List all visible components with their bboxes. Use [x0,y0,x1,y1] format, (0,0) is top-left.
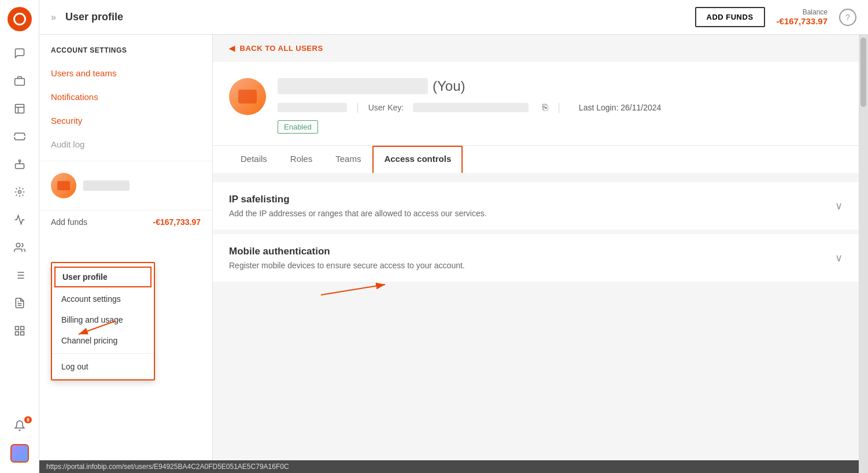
grid-nav-icon[interactable] [0,318,39,343]
ticket-nav-icon[interactable] [0,124,39,149]
security-link[interactable]: Security [39,109,212,132]
meta-divider: | [356,101,359,113]
add-funds-button[interactable]: ADD FUNDS [695,7,765,27]
last-login-text: Last Login: 26/11/2024 [579,103,661,112]
list-nav-icon[interactable] [0,263,39,288]
notifications-bell-icon[interactable]: 8 [0,413,39,438]
analytics-nav-icon[interactable] [0,207,39,232]
user-role-blurred [278,103,347,112]
tabs-row: Details Roles Teams Access controls [213,145,859,173]
chart-nav-icon[interactable] [0,96,39,121]
audit-log-link[interactable]: Audit log [39,132,212,156]
top-header: » User profile ADD FUNDS Balance -€167,7… [39,0,868,35]
balance-section: Balance -€167,733.97 [777,8,828,26]
add-funds-label: Add funds [51,217,87,227]
ip-safelisting-expand-icon[interactable]: ∨ [835,199,843,212]
scrollbar-thumb[interactable] [860,38,866,107]
ip-safelisting-desc: Add the IP addresses or ranges that are … [229,209,487,218]
meta-divider2: | [557,101,560,113]
ip-safelisting-title: IP safelisting [229,194,487,205]
icon-sidebar: 8 [0,0,39,473]
help-icon[interactable]: ? [839,9,856,26]
tab-teams[interactable]: Teams [324,146,372,173]
profile-header: (You) | User Key: ⎘ | Last Login: 26/11/… [229,78,843,145]
svg-rect-17 [20,332,24,335]
mobile-auth-section: Mobile authentication Register mobile de… [213,234,859,282]
dropdown-menu: User profile Account settings Billing an… [51,262,155,380]
user-key-value-blurred [413,103,529,112]
svg-point-5 [16,243,20,247]
svg-point-4 [18,191,21,194]
you-label: (You) [433,78,465,94]
mobile-auth-title: Mobile authentication [229,246,465,257]
status-badge: Enabled [278,120,318,134]
user-name-blurred [83,180,130,191]
profile-info: (You) | User Key: ⎘ | Last Login: 26/11/… [278,78,843,134]
mobile-auth-desc: Register mobile devices to ensure secure… [229,261,465,270]
svg-point-3 [19,160,20,162]
tab-access-controls[interactable]: Access controls [372,146,463,173]
logo-icon[interactable] [8,7,32,31]
enabled-badge: Enabled [278,120,843,134]
user-avatar-small [10,444,29,463]
dropdown-billing-item[interactable]: Billing and usage [52,309,154,330]
user-section-sidebar [39,161,212,210]
profile-meta: | User Key: ⎘ | Last Login: 26/11/2024 [278,101,843,113]
profile-avatar [229,78,266,115]
sidebar-bottom: 8 [0,413,39,473]
profile-name-row: (You) [278,78,843,94]
balance-amount: -€167,733.97 [777,16,828,26]
svg-rect-2 [15,164,24,168]
sections-area: IP safelisting Add the IP addresses or r… [213,182,859,286]
add-funds-amount: -€167,733.97 [153,217,201,227]
ip-safelisting-content: IP safelisting Add the IP addresses or r… [229,194,487,218]
status-url: https://portal.infobip.com/set/users/E94… [46,463,289,471]
left-nav-panel: ACCOUNT SETTINGS Users and teams Notific… [39,35,213,473]
users-and-teams-link[interactable]: Users and teams [39,61,212,85]
report-nav-icon[interactable] [0,290,39,316]
account-settings-label: ACCOUNT SETTINGS [39,35,212,61]
scrollbar[interactable] [859,35,868,473]
svg-rect-14 [15,327,19,330]
user-key-label: User Key: [368,103,404,112]
profile-name-blurred [278,78,428,94]
mobile-auth-expand-icon[interactable]: ∨ [835,252,843,264]
back-bar: ◀ BACK TO ALL USERS [213,35,859,62]
mobile-auth-content: Mobile authentication Register mobile de… [229,246,465,270]
dropdown-channel-pricing-item[interactable]: Channel pricing [52,330,154,351]
chat-nav-icon[interactable] [0,40,39,66]
briefcase-nav-icon[interactable] [0,68,39,94]
ip-safelisting-section: IP safelisting Add the IP addresses or r… [213,182,859,230]
tab-roles[interactable]: Roles [279,146,324,173]
dropdown-logout-item[interactable]: Log out [52,356,154,377]
user-avatar-sidebar [51,173,76,198]
main-area: » User profile ADD FUNDS Balance -€167,7… [39,0,868,473]
expand-sidebar-icon[interactable]: » [51,12,56,23]
notifications-link[interactable]: Notifications [39,85,212,109]
tab-details[interactable]: Details [229,146,279,173]
dropdown-user-profile-item[interactable]: User profile [54,267,152,287]
right-content-area: ◀ BACK TO ALL USERS (You) [213,35,859,473]
back-to-all-users-link[interactable]: ◀ BACK TO ALL USERS [229,44,323,53]
svg-rect-0 [14,79,24,86]
people-nav-icon[interactable] [0,235,39,260]
page-title: User profile [65,11,695,23]
status-bar: https://portal.infobip.com/set/users/E94… [39,460,859,473]
copy-icon[interactable]: ⎘ [542,102,548,113]
avatar-inner [238,90,257,104]
logo-inner-circle [13,13,26,25]
balance-label: Balance [777,8,828,16]
back-arrow-icon: ◀ [229,44,235,53]
user-avatar-icon[interactable] [0,441,39,466]
dropdown-account-settings-item[interactable]: Account settings [52,289,154,309]
content-wrapper: ACCOUNT SETTINGS Users and teams Notific… [39,35,868,473]
dropdown-divider [52,353,154,354]
integrations-nav-icon[interactable] [0,179,39,205]
profile-card: (You) | User Key: ⎘ | Last Login: 26/11/… [213,62,859,173]
back-label: BACK TO ALL USERS [240,44,323,53]
bot-nav-icon[interactable] [0,151,39,177]
svg-rect-1 [15,105,24,113]
notification-count-badge: 8 [24,416,32,423]
svg-rect-16 [15,332,19,335]
svg-rect-15 [20,327,24,330]
